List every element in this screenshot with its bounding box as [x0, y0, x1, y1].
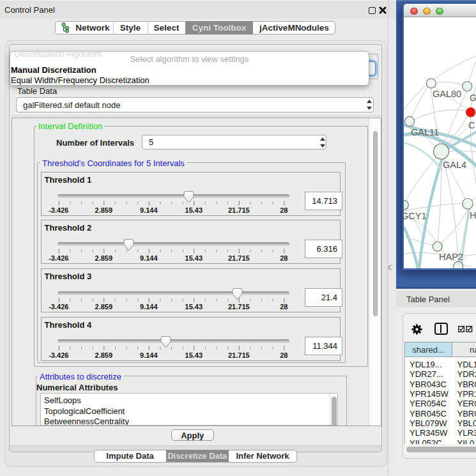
- svg-text:GAL4: GAL4: [443, 160, 466, 170]
- svg-text:C: C: [468, 120, 475, 130]
- svg-text:GA: GA: [470, 93, 476, 103]
- svg-text:H: H: [470, 210, 476, 220]
- svg-text:HAP2: HAP2: [439, 252, 463, 262]
- svg-text:GCY1: GCY1: [404, 211, 427, 221]
- svg-text:GAL80: GAL80: [433, 89, 461, 99]
- svg-text:GAL11: GAL11: [411, 127, 439, 137]
